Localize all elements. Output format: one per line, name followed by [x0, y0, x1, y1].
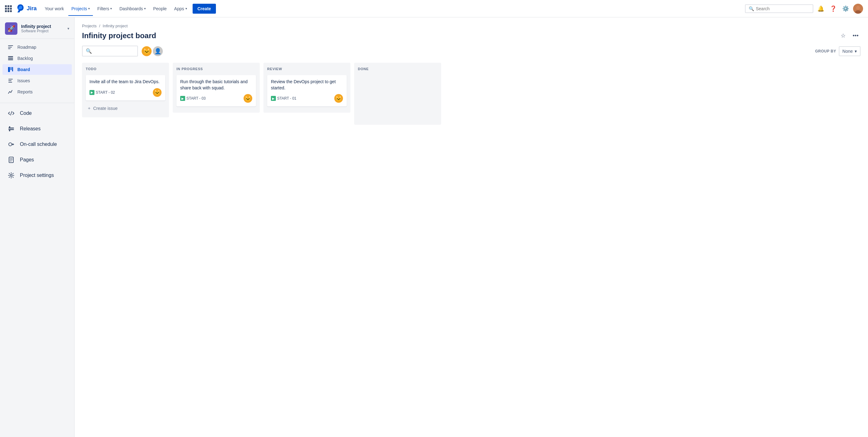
breadcrumb-projects[interactable]: Projects: [82, 24, 97, 28]
user-avatar[interactable]: [853, 4, 863, 14]
code-icon: [7, 110, 15, 117]
issue-card-todo-1[interactable]: Invite all of the team to Jira DevOps. ▶…: [86, 75, 165, 101]
create-issue-button-todo[interactable]: ＋ Create issue: [86, 103, 165, 113]
issue-assignee: 🐱: [334, 94, 343, 103]
sidebar-item-issues[interactable]: Issues: [2, 75, 72, 86]
breadcrumb-sep: /: [99, 24, 100, 28]
sidebar-item-project-settings[interactable]: Project settings: [2, 168, 72, 182]
group-by-section: GROUP BY None ▾: [815, 46, 861, 56]
sidebar-item-releases[interactable]: Releases: [2, 122, 72, 136]
create-button[interactable]: Create: [193, 4, 216, 14]
issue-tag: ▶ START - 03: [180, 96, 206, 101]
backlog-icon: [7, 56, 14, 61]
help-button[interactable]: ❓: [828, 4, 838, 14]
sidebar-item-pages[interactable]: Pages: [2, 153, 72, 167]
story-icon: ▶: [271, 96, 276, 101]
svg-rect-8: [8, 59, 13, 60]
issue-assignee: 🐱: [244, 94, 252, 103]
column-inprogress: IN PROGRESS Run through the basic tutori…: [173, 63, 260, 113]
releases-icon: [7, 125, 15, 132]
nav-left: Jira Your work Projects ▾ Filters ▾ Dash…: [5, 4, 216, 14]
jira-logo[interactable]: Jira: [16, 4, 37, 14]
app-switcher-icon[interactable]: [5, 5, 12, 12]
sidebar-item-code[interactable]: Code: [2, 106, 72, 121]
board-search[interactable]: 🔍: [82, 46, 138, 57]
column-todo: TODO Invite all of the team to Jira DevO…: [82, 63, 169, 117]
nav-filters[interactable]: Filters ▾: [94, 4, 115, 13]
project-name: Infinity project: [21, 24, 64, 29]
issue-tag: ▶ START - 02: [90, 90, 115, 95]
issue-footer: ▶ START - 01 🐱: [271, 94, 343, 103]
svg-rect-16: [8, 128, 14, 129]
nav-people[interactable]: People: [150, 4, 170, 13]
sidebar-nav: Roadmap Backlog: [0, 39, 74, 100]
svg-line-15: [10, 111, 12, 115]
issue-card-inprogress-1[interactable]: Run through the basic tutorials and shar…: [177, 75, 256, 106]
group-by-chevron-icon: ▾: [855, 49, 857, 54]
sidebar-divider: [0, 103, 74, 103]
settings-button[interactable]: ⚙️: [841, 4, 850, 14]
member-avatar-2[interactable]: 👤: [153, 46, 163, 56]
notifications-button[interactable]: 🔔: [816, 4, 826, 14]
sidebar-item-reports[interactable]: Reports: [2, 87, 72, 97]
svg-rect-6: [8, 56, 13, 57]
more-options-button[interactable]: •••: [850, 31, 861, 41]
filters-chevron-icon: ▾: [110, 7, 112, 10]
svg-rect-10: [10, 67, 11, 70]
board-toolbar: 🔍 🐱 👤 GROUP BY None ▾: [82, 46, 861, 57]
project-header[interactable]: 🚀 Infinity project Software Project ▾: [0, 18, 74, 39]
svg-rect-12: [8, 79, 13, 79]
project-info: Infinity project Software Project: [21, 24, 64, 33]
svg-point-20: [9, 143, 12, 146]
story-icon: ▶: [180, 96, 185, 101]
sidebar-item-backlog[interactable]: Backlog: [2, 53, 72, 64]
breadcrumb: Projects / Infinity project: [82, 24, 861, 28]
group-by-label: GROUP BY: [815, 49, 836, 54]
project-type: Software Project: [21, 29, 64, 33]
issue-tag: ▶ START - 01: [271, 96, 297, 101]
column-inprogress-header: IN PROGRESS: [177, 66, 256, 71]
sidebar-item-oncall[interactable]: On-call schedule: [2, 137, 72, 152]
issue-title: Review the DevOps project to get started…: [271, 79, 343, 91]
svg-rect-19: [9, 130, 10, 131]
oncall-icon: [7, 141, 15, 148]
reports-icon: [7, 89, 14, 95]
column-done: DONE: [354, 63, 441, 125]
svg-rect-18: [9, 126, 10, 128]
plus-icon: ＋: [87, 105, 91, 111]
issue-footer: ▶ START - 03 🐱: [180, 94, 252, 103]
board-search-input[interactable]: [94, 49, 134, 54]
group-by-select[interactable]: None ▾: [839, 46, 861, 56]
apps-chevron-icon: ▾: [185, 7, 187, 10]
svg-point-1: [856, 6, 860, 10]
member-avatar-1[interactable]: 🐱: [142, 46, 152, 56]
svg-rect-4: [8, 47, 12, 47]
nav-projects[interactable]: Projects ▾: [68, 4, 93, 13]
board-icon: [7, 67, 14, 72]
column-review: REVIEW Review the DevOps project to get …: [264, 63, 350, 113]
issue-title: Run through the basic tutorials and shar…: [180, 79, 252, 91]
search-bar[interactable]: 🔍: [745, 4, 813, 13]
project-settings-icon: [7, 172, 15, 179]
main-content: Projects / Infinity project Infinity pro…: [74, 18, 868, 437]
member-avatars: 🐱 👤: [142, 46, 163, 56]
nav-apps[interactable]: Apps ▾: [171, 4, 190, 13]
svg-rect-14: [8, 82, 12, 82]
sidebar-item-board[interactable]: Board: [2, 64, 72, 75]
nav-your-work[interactable]: Your work: [42, 4, 67, 13]
roadmap-icon: [7, 44, 14, 50]
svg-rect-13: [8, 80, 11, 81]
svg-rect-11: [12, 67, 13, 71]
issue-card-review-1[interactable]: Review the DevOps project to get started…: [267, 75, 347, 106]
issue-assignee: 🐱: [153, 88, 161, 97]
search-input[interactable]: [756, 6, 810, 11]
sidebar-item-roadmap[interactable]: Roadmap: [2, 42, 72, 53]
svg-rect-7: [8, 58, 13, 59]
projects-chevron-icon: ▾: [88, 7, 90, 10]
breadcrumb-project[interactable]: Infinity project: [103, 24, 128, 28]
nav-dashboards[interactable]: Dashboards ▾: [116, 4, 149, 13]
issue-footer: ▶ START - 02 🐱: [90, 88, 161, 97]
svg-rect-9: [8, 67, 10, 72]
star-button[interactable]: ☆: [838, 31, 848, 41]
board-search-icon: 🔍: [86, 48, 92, 54]
